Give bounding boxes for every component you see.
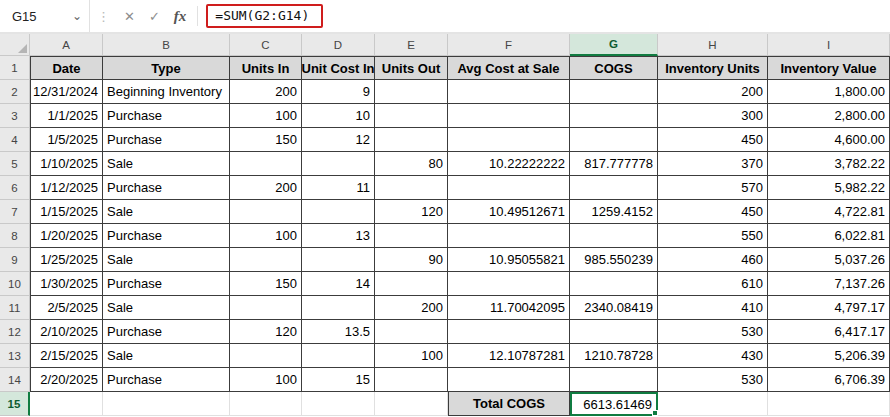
row-header-6[interactable]: 6 — [0, 176, 30, 200]
row-header-10[interactable]: 10 — [0, 272, 30, 296]
cell-I13[interactable]: 5,206.39 — [768, 344, 890, 368]
cell-I6[interactable]: 5,982.22 — [768, 176, 890, 200]
select-all-corner[interactable] — [0, 34, 30, 56]
cell-C8[interactable]: 100 — [230, 224, 302, 248]
column-header-I[interactable]: I — [768, 34, 890, 56]
cell-F14[interactable] — [448, 368, 570, 392]
cell-C5[interactable] — [230, 152, 302, 176]
cell-G11[interactable]: 2340.08419 — [570, 296, 658, 320]
formula-input[interactable]: =SUM(G2:G14) — [206, 0, 890, 32]
cell-C2[interactable]: 200 — [230, 80, 302, 104]
cell-E5[interactable]: 80 — [375, 152, 448, 176]
cell-F1[interactable]: Avg Cost at Sale — [448, 56, 570, 80]
cell-I8[interactable]: 6,022.81 — [768, 224, 890, 248]
cell-I2[interactable]: 1,800.00 — [768, 80, 890, 104]
cell-E8[interactable] — [375, 224, 448, 248]
row-header-8[interactable]: 8 — [0, 224, 30, 248]
cell-B13[interactable]: Sale — [103, 344, 230, 368]
cell-A11[interactable]: 2/5/2025 — [30, 296, 103, 320]
cell-A4[interactable]: 1/5/2025 — [30, 128, 103, 152]
cell-I10[interactable]: 7,137.26 — [768, 272, 890, 296]
cell-F10[interactable] — [448, 272, 570, 296]
cell-D10[interactable]: 14 — [302, 272, 375, 296]
row-header-13[interactable]: 13 — [0, 344, 30, 368]
row-header-1[interactable]: 1 — [0, 56, 30, 80]
cell-I14[interactable]: 6,706.39 — [768, 368, 890, 392]
cell-E2[interactable] — [375, 80, 448, 104]
fill-handle[interactable] — [652, 410, 658, 416]
cell-I5[interactable]: 3,782.22 — [768, 152, 890, 176]
cell-D6[interactable]: 11 — [302, 176, 375, 200]
cell-H11[interactable]: 410 — [658, 296, 768, 320]
cell-H13[interactable]: 430 — [658, 344, 768, 368]
cell-C15[interactable] — [230, 392, 302, 416]
cell-E3[interactable] — [375, 104, 448, 128]
cell-F9[interactable]: 10.95055821 — [448, 248, 570, 272]
cell-A3[interactable]: 1/1/2025 — [30, 104, 103, 128]
cell-G1[interactable]: COGS — [570, 56, 658, 80]
cell-I4[interactable]: 4,600.00 — [768, 128, 890, 152]
cell-H1[interactable]: Inventory Units — [658, 56, 768, 80]
column-header-A[interactable]: A — [30, 34, 103, 56]
cell-F5[interactable]: 10.22222222 — [448, 152, 570, 176]
cell-D15[interactable] — [302, 392, 375, 416]
cell-G14[interactable] — [570, 368, 658, 392]
cell-H4[interactable]: 450 — [658, 128, 768, 152]
cell-E11[interactable]: 200 — [375, 296, 448, 320]
row-header-7[interactable]: 7 — [0, 200, 30, 224]
cell-D14[interactable]: 15 — [302, 368, 375, 392]
cell-B7[interactable]: Sale — [103, 200, 230, 224]
cell-D9[interactable] — [302, 248, 375, 272]
cancel-button[interactable]: ✕ — [117, 0, 142, 32]
cell-E13[interactable]: 100 — [375, 344, 448, 368]
cell-I12[interactable]: 6,417.17 — [768, 320, 890, 344]
cell-D1[interactable]: Unit Cost In — [302, 56, 375, 80]
cell-A9[interactable]: 1/25/2025 — [30, 248, 103, 272]
cell-D7[interactable] — [302, 200, 375, 224]
cell-A7[interactable]: 1/15/2025 — [30, 200, 103, 224]
row-header-4[interactable]: 4 — [0, 128, 30, 152]
cell-B14[interactable]: Purchase — [103, 368, 230, 392]
cell-A15[interactable] — [30, 392, 103, 416]
cell-I15[interactable] — [768, 392, 890, 416]
cell-A5[interactable]: 1/10/2025 — [30, 152, 103, 176]
cell-E10[interactable] — [375, 272, 448, 296]
cell-B5[interactable]: Sale — [103, 152, 230, 176]
cell-H8[interactable]: 550 — [658, 224, 768, 248]
cell-H15[interactable] — [658, 392, 768, 416]
cell-B2[interactable]: Beginning Inventory — [103, 80, 230, 104]
cell-F8[interactable] — [448, 224, 570, 248]
cell-D8[interactable]: 13 — [302, 224, 375, 248]
cell-A13[interactable]: 2/15/2025 — [30, 344, 103, 368]
cell-G5[interactable]: 817.777778 — [570, 152, 658, 176]
column-header-H[interactable]: H — [658, 34, 768, 56]
cell-G3[interactable] — [570, 104, 658, 128]
cell-F11[interactable]: 11.70042095 — [448, 296, 570, 320]
cell-D5[interactable] — [302, 152, 375, 176]
column-header-E[interactable]: E — [375, 34, 448, 56]
cell-F12[interactable] — [448, 320, 570, 344]
cell-G2[interactable] — [570, 80, 658, 104]
cell-B10[interactable]: Purchase — [103, 272, 230, 296]
cell-A12[interactable]: 2/10/2025 — [30, 320, 103, 344]
cell-B6[interactable]: Purchase — [103, 176, 230, 200]
row-header-12[interactable]: 12 — [0, 320, 30, 344]
cell-B4[interactable]: Purchase — [103, 128, 230, 152]
cell-H9[interactable]: 460 — [658, 248, 768, 272]
cell-D3[interactable]: 10 — [302, 104, 375, 128]
cell-H6[interactable]: 570 — [658, 176, 768, 200]
row-header-3[interactable]: 3 — [0, 104, 30, 128]
cell-G9[interactable]: 985.550239 — [570, 248, 658, 272]
cell-D2[interactable]: 9 — [302, 80, 375, 104]
cell-E12[interactable] — [375, 320, 448, 344]
cell-A10[interactable]: 1/30/2025 — [30, 272, 103, 296]
column-header-F[interactable]: F — [448, 34, 570, 56]
cell-C14[interactable]: 100 — [230, 368, 302, 392]
row-header-5[interactable]: 5 — [0, 152, 30, 176]
cell-B1[interactable]: Type — [103, 56, 230, 80]
name-box[interactable]: G15 ⌄ — [0, 0, 90, 32]
cell-G10[interactable] — [570, 272, 658, 296]
cell-H2[interactable]: 200 — [658, 80, 768, 104]
cell-H10[interactable]: 610 — [658, 272, 768, 296]
cell-I11[interactable]: 4,797.17 — [768, 296, 890, 320]
